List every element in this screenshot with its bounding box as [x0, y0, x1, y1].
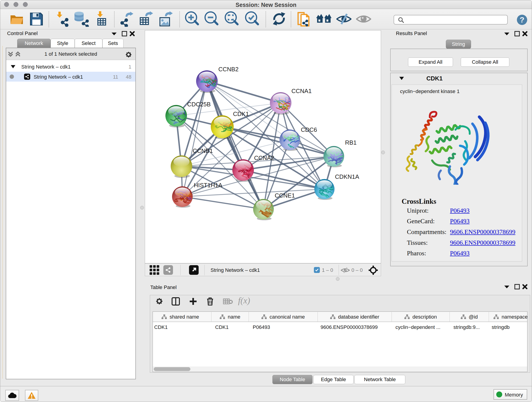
svg-text:CDC25B: CDC25B — [187, 101, 211, 108]
svg-text:CDKN1A: CDKN1A — [335, 173, 359, 180]
svg-text:CCNA1: CCNA1 — [291, 88, 312, 95]
svg-text:CDK1: CDK1 — [233, 110, 249, 117]
svg-text:CCNE1: CCNE1 — [275, 192, 295, 199]
svg-text:CDC6: CDC6 — [301, 126, 317, 133]
svg-text:CCNB2: CCNB2 — [218, 66, 239, 73]
svg-text:CCNB1: CCNB1 — [193, 147, 213, 154]
svg-text:HIST1H1A: HIST1H1A — [194, 182, 222, 189]
svg-text:RB1: RB1 — [345, 139, 357, 146]
svg-text:CCNA2: CCNA2 — [254, 154, 274, 161]
